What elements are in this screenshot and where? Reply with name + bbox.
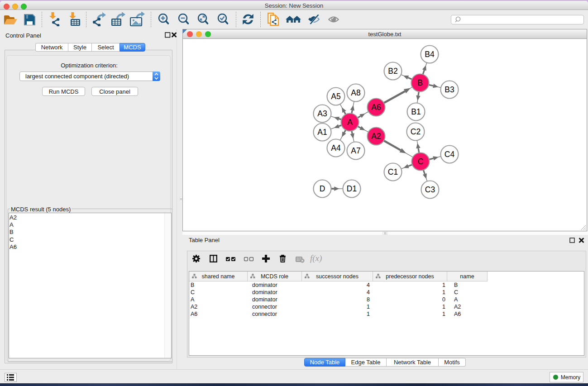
svg-text:C3: C3: [425, 185, 435, 194]
svg-text:B3: B3: [445, 85, 454, 94]
svg-text:A4: A4: [331, 143, 341, 152]
svg-text:D: D: [320, 184, 325, 193]
svg-text:A5: A5: [331, 92, 340, 101]
svg-text:C1: C1: [388, 167, 398, 176]
svg-text:C2: C2: [411, 127, 421, 136]
svg-text:C4: C4: [445, 150, 455, 159]
svg-text:A3: A3: [317, 109, 327, 118]
svg-text:A8: A8: [351, 88, 360, 97]
svg-text:A7: A7: [351, 146, 360, 155]
svg-text:C: C: [418, 157, 424, 166]
svg-text:B4: B4: [425, 50, 435, 59]
svg-text:A1: A1: [317, 128, 327, 137]
svg-text:A2: A2: [371, 132, 381, 141]
svg-text:B2: B2: [388, 67, 397, 76]
svg-text:D1: D1: [347, 184, 357, 193]
svg-text:A: A: [347, 118, 353, 127]
svg-text:B: B: [417, 78, 423, 87]
svg-text:B1: B1: [411, 107, 421, 116]
svg-text:A6: A6: [371, 103, 381, 112]
